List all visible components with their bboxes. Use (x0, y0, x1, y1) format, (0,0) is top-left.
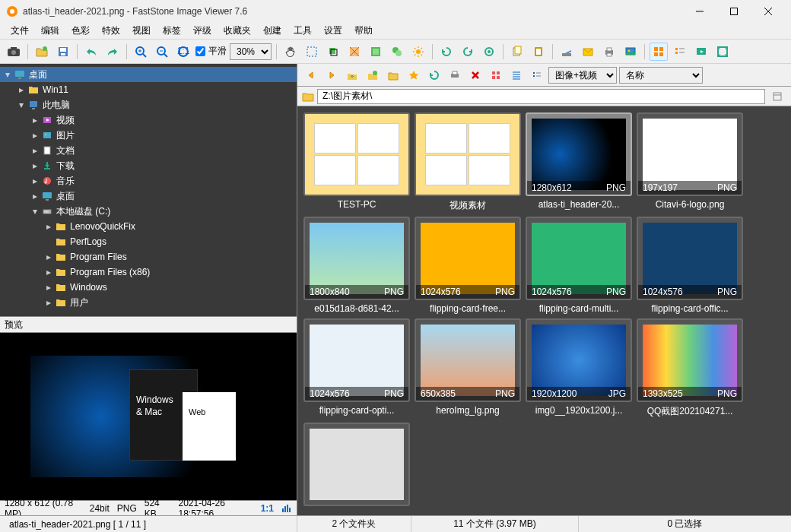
brightness-icon[interactable] (409, 43, 427, 61)
tree-item[interactable]: ▸视频 (0, 112, 297, 128)
menu-item[interactable]: 收藏夹 (219, 23, 256, 39)
menu-item[interactable]: 创建 (259, 23, 286, 39)
canvas-icon[interactable] (367, 43, 385, 61)
menu-item[interactable]: 标签 (158, 23, 186, 39)
tree-item[interactable]: ▸Program Files (0, 249, 297, 264)
tree-expand-icon[interactable]: ▾ (17, 100, 26, 109)
actual-size-icon[interactable]: 1:1 (174, 43, 192, 61)
tree-expand-icon[interactable]: ▸ (30, 161, 40, 170)
tree-item[interactable]: ▾本地磁盘 (C:) (0, 204, 297, 219)
thumbnail[interactable]: 1920x1200JPGimg0__1920x1200.j... (526, 318, 632, 418)
thumbnail[interactable]: 1800x840PNGe015d1a8-d681-42... (303, 217, 410, 314)
tree-expand-icon[interactable]: ▸ (17, 85, 26, 94)
tree-item[interactable]: ▸Win11 (0, 82, 297, 97)
thumbnail[interactable] (303, 423, 410, 509)
redo-icon[interactable] (103, 43, 122, 61)
thumbnail[interactable]: 1024x576PNGflipping-card-offic... (637, 217, 743, 314)
undo-icon[interactable] (82, 43, 100, 61)
thumbnail[interactable]: 650x385PNGheroImg_lg.png (415, 318, 521, 418)
menu-item[interactable]: 评级 (189, 23, 216, 39)
preview-panel[interactable]: Windows& Mac Web (0, 333, 297, 500)
slideshow-icon[interactable] (692, 43, 710, 61)
tree-expand-icon[interactable]: ▸ (44, 268, 53, 277)
menu-item[interactable]: 帮助 (350, 23, 377, 39)
rotate-any-icon[interactable] (480, 43, 498, 61)
nav-viewmode1-icon[interactable] (507, 66, 526, 84)
select-icon[interactable] (303, 43, 321, 61)
email-icon[interactable] (579, 43, 597, 61)
tree-item[interactable]: ▸Windows (0, 280, 297, 295)
filter-select[interactable]: 图像+视频 (548, 67, 617, 84)
tree-expand-icon[interactable]: ▸ (30, 131, 40, 140)
path-input[interactable] (317, 89, 765, 104)
nav-viewmode2-icon[interactable] (528, 66, 546, 84)
copy-icon[interactable] (508, 43, 526, 61)
tree-expand-icon[interactable]: ▾ (3, 70, 12, 79)
tree-expand-icon[interactable] (44, 237, 53, 246)
hand-icon[interactable] (281, 43, 300, 61)
tree-expand-icon[interactable]: ▸ (44, 298, 53, 307)
acquire-icon[interactable] (5, 43, 23, 61)
tree-item[interactable]: ▸用户 (0, 295, 297, 310)
nav-home-icon[interactable] (364, 66, 382, 84)
nav-refresh-icon[interactable] (425, 66, 443, 84)
menu-item[interactable]: 特效 (97, 23, 125, 39)
nav-selectall-icon[interactable] (487, 66, 505, 84)
menu-item[interactable]: 视图 (128, 23, 155, 39)
tree-expand-icon[interactable]: ▸ (44, 283, 53, 292)
nav-fav-icon[interactable] (405, 66, 423, 84)
tree-item[interactable]: PerfLogs (0, 234, 297, 249)
zoom-out-icon[interactable] (153, 43, 171, 61)
tree-expand-icon[interactable]: ▸ (44, 222, 53, 231)
save-icon[interactable] (54, 43, 72, 61)
menu-item[interactable]: 工具 (289, 23, 316, 39)
tree-expand-icon[interactable]: ▸ (30, 176, 40, 185)
rotate-right-icon[interactable] (459, 43, 477, 61)
tree-item[interactable]: ▸下载 (0, 158, 297, 173)
fullscreen-icon[interactable] (713, 43, 732, 61)
tree-expand-icon[interactable]: ▸ (30, 192, 40, 201)
tree-expand-icon[interactable]: ▸ (44, 252, 53, 261)
thumbnail-area[interactable]: TEST-PC视频素材1280x612PNGatlas-ti_header-20… (297, 106, 791, 515)
tree-item[interactable]: ▸Program Files (x86) (0, 264, 297, 280)
open-icon[interactable] (33, 43, 51, 61)
menu-item[interactable]: 色彩 (67, 23, 94, 39)
scan-icon[interactable] (558, 43, 576, 61)
tree-item[interactable]: ▾此电脑 (0, 97, 297, 112)
close-button[interactable] (751, 0, 785, 23)
view-detail-icon[interactable] (671, 43, 689, 61)
smooth-checkbox[interactable]: 平滑 (195, 45, 227, 58)
nav-up-icon[interactable] (343, 66, 361, 84)
clone-icon[interactable] (388, 43, 406, 61)
menu-item[interactable]: 文件 (6, 23, 33, 39)
resize-icon[interactable] (345, 43, 364, 61)
crop-icon[interactable] (324, 43, 342, 61)
view-thumb-icon[interactable] (650, 43, 668, 61)
path-history-icon[interactable] (768, 87, 786, 106)
folder-tree[interactable]: ▾桌面▸Win11▾此电脑▸视频▸图片▸文档▸下载▸音乐▸桌面▾本地磁盘 (C:… (0, 64, 297, 316)
tree-expand-icon[interactable]: ▸ (30, 116, 40, 125)
paste-icon[interactable] (529, 43, 548, 61)
zoom-select[interactable]: 30% (230, 43, 272, 60)
thumbnail[interactable]: 视频素材 (415, 112, 521, 212)
menu-item[interactable]: 编辑 (37, 23, 64, 39)
thumbnail[interactable]: 1024x576PNGflipping-card-free... (415, 217, 521, 314)
thumbnail[interactable]: 1393x525PNGQQ截图202104271... (637, 318, 743, 418)
rotate-left-icon[interactable] (437, 43, 456, 61)
tree-item[interactable]: ▸图片 (0, 128, 297, 143)
nav-forward-icon[interactable] (322, 66, 341, 84)
tree-item[interactable]: ▸LenovoQuickFix (0, 219, 297, 234)
tree-item[interactable]: ▸桌面 (0, 188, 297, 204)
nav-delete-icon[interactable] (466, 66, 484, 84)
nav-folder-icon[interactable] (384, 66, 402, 84)
menu-item[interactable]: 设置 (319, 23, 347, 39)
zoom-in-icon[interactable] (132, 43, 150, 61)
thumbnail[interactable]: 1280x612PNGatlas-ti_header-20... (526, 112, 632, 212)
wallpaper-icon[interactable] (621, 43, 640, 61)
thumbnail[interactable]: 197x197PNGCitavi-6-logo.png (637, 112, 743, 212)
histogram-icon[interactable] (281, 504, 292, 513)
tree-expand-icon[interactable]: ▾ (30, 207, 40, 216)
tree-item[interactable]: ▾桌面 (0, 67, 297, 82)
thumbnail[interactable]: TEST-PC (303, 112, 410, 212)
tree-item[interactable]: ▸文档 (0, 143, 297, 158)
